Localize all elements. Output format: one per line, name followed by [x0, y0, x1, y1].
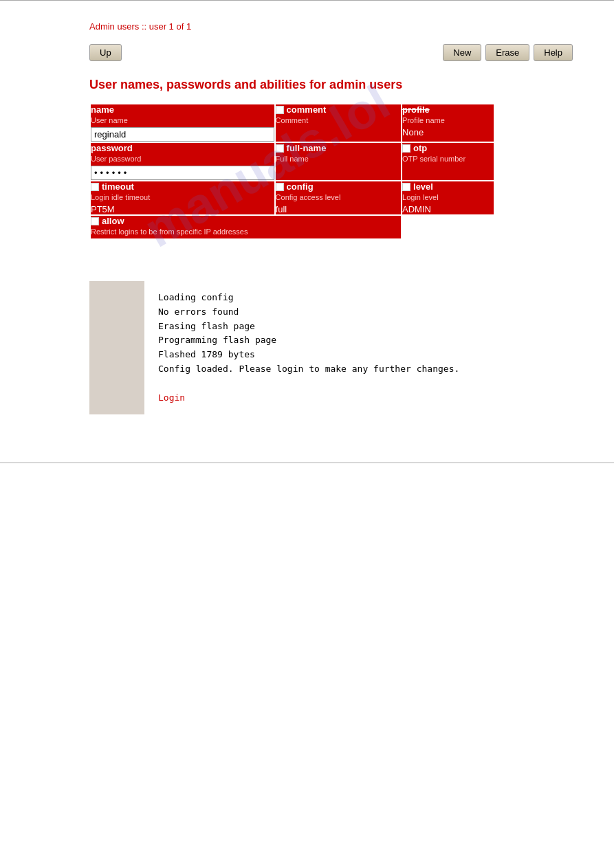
log-line-6: Config loaded. Please login to make any … — [158, 362, 459, 377]
timeout-hint: Login idle timeout — [91, 193, 274, 201]
log-line-4: Programming flash page — [158, 333, 459, 348]
log-panel: Loading config No errors found Erasing f… — [89, 281, 573, 414]
allow-hint: Restrict logins to be from specific IP a… — [91, 227, 401, 236]
name-label: name — [91, 104, 274, 115]
level-field-cell: level Login level ADMIN — [402, 181, 494, 215]
config-hint: Config access level — [276, 193, 401, 201]
password-input[interactable] — [91, 166, 274, 180]
level-checkbox[interactable] — [402, 183, 410, 191]
help-button[interactable]: Help — [534, 44, 573, 61]
profile-value: None — [402, 127, 494, 137]
bottom-divider — [0, 463, 614, 463]
log-line-3: Erasing flash page — [158, 320, 459, 334]
level-label: level — [402, 181, 494, 192]
config-checkbox[interactable] — [276, 183, 284, 191]
fullname-hint: Full name — [276, 155, 401, 163]
log-content: Loading config No errors found Erasing f… — [144, 281, 473, 414]
up-button[interactable]: Up — [89, 44, 122, 61]
fullname-checkbox[interactable] — [276, 144, 284, 153]
comment-label: comment — [276, 104, 401, 115]
form-container: manuals.lol name User name comment Comme… — [89, 103, 495, 240]
breadcrumb-user-info: user 1 of 1 — [149, 21, 191, 32]
admin-form-table: name User name comment Comment profile P… — [89, 103, 495, 240]
allow-checkbox[interactable] — [91, 217, 99, 225]
password-field-cell: password User password — [90, 142, 275, 181]
password-hint: User password — [91, 155, 274, 163]
level-value: ADMIN — [402, 204, 494, 214]
name-input[interactable] — [91, 127, 274, 142]
comment-hint: Comment — [276, 116, 401, 124]
profile-field-cell: profile Profile name None — [402, 104, 494, 142]
name-hint: User name — [91, 116, 274, 124]
log-line-1: Loading config — [158, 291, 459, 305]
fullname-field-cell: full-name Full name — [275, 142, 402, 181]
otp-hint: OTP serial number — [402, 155, 494, 163]
otp-label: otp — [402, 143, 494, 153]
timeout-checkbox[interactable] — [91, 183, 99, 191]
config-field-cell: config Config access level full — [275, 181, 402, 215]
breadcrumb: Admin users :: user 1 of 1 — [89, 21, 573, 32]
comment-field-cell: comment Comment — [275, 104, 402, 142]
profile-label: profile — [402, 104, 494, 115]
section-title: User names, passwords and abilities for … — [89, 78, 573, 92]
log-line-5: Flashed 1789 bytes — [158, 348, 459, 362]
log-line-2: No errors found — [158, 305, 459, 320]
toolbar: Up New Erase Help — [89, 44, 573, 61]
new-button[interactable]: New — [443, 44, 481, 61]
otp-field-cell: otp OTP serial number — [402, 142, 494, 181]
name-field-cell: name User name — [90, 104, 275, 142]
fullname-label: full-name — [276, 143, 401, 153]
allow-label: allow — [91, 216, 401, 226]
config-value: full — [276, 204, 401, 214]
log-sidebar — [89, 281, 144, 414]
timeout-field-cell: timeout Login idle timeout PT5M — [90, 181, 275, 215]
config-label: config — [276, 181, 401, 192]
breadcrumb-admin-users[interactable]: Admin users — [89, 21, 139, 32]
level-hint: Login level — [402, 193, 494, 201]
timeout-label: timeout — [91, 181, 274, 192]
erase-button[interactable]: Erase — [485, 44, 529, 61]
login-link[interactable]: Login — [158, 392, 185, 403]
breadcrumb-separator: :: — [142, 21, 149, 32]
password-label: password — [91, 143, 274, 153]
otp-checkbox[interactable] — [402, 144, 410, 153]
profile-hint: Profile name — [402, 116, 494, 124]
allow-field-cell: allow Restrict logins to be from specifi… — [90, 215, 402, 239]
timeout-value: PT5M — [91, 204, 274, 214]
comment-checkbox[interactable] — [276, 106, 284, 114]
